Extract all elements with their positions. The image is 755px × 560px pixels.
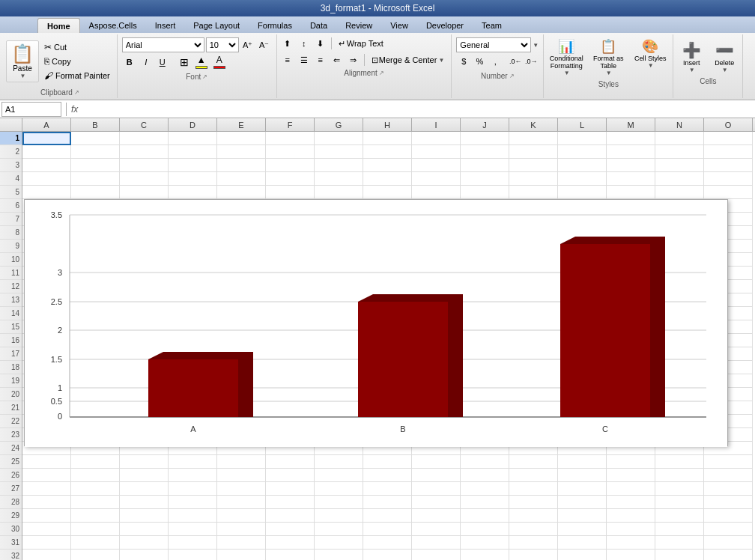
tab-insert[interactable]: Insert [146, 18, 185, 33]
borders-button[interactable]: ⊞ [177, 55, 192, 70]
cell-O30[interactable] [704, 523, 753, 536]
cell-O32[interactable] [704, 550, 753, 560]
cell-I32[interactable] [412, 550, 461, 560]
format-painter-button[interactable]: 🖌 Format Painter [40, 69, 114, 82]
number-expand-icon[interactable]: ↗ [509, 73, 515, 79]
tab-developer[interactable]: Developer [417, 18, 473, 33]
cell-F26[interactable] [266, 469, 315, 482]
cell-H32[interactable] [363, 550, 412, 560]
currency-button[interactable]: $ [456, 54, 471, 69]
clipboard-expand-icon[interactable]: ↗ [74, 89, 79, 96]
cell-B32[interactable] [71, 550, 120, 560]
cell-M31[interactable] [607, 536, 655, 550]
cell-K26[interactable] [509, 469, 558, 482]
cell-B30[interactable] [71, 523, 120, 536]
cell-C5[interactable] [120, 186, 169, 199]
cell-M26[interactable] [607, 469, 655, 482]
cell-K29[interactable] [509, 509, 558, 523]
cell-D31[interactable] [169, 536, 217, 550]
cell-L29[interactable] [558, 509, 607, 523]
cell-K27[interactable] [509, 482, 558, 496]
cell-G25[interactable] [315, 455, 363, 469]
cell-A31[interactable] [22, 536, 71, 550]
merge-cells-button[interactable]: ⊡ Merge & Center ▼ [368, 52, 449, 67]
cell-B26[interactable] [71, 469, 120, 482]
format-as-table-button[interactable]: 📋 Format as Table ▼ [589, 36, 628, 79]
underline-button[interactable]: U [155, 55, 170, 70]
cell-C1[interactable] [120, 132, 169, 145]
tab-data[interactable]: Data [301, 18, 336, 33]
cell-L30[interactable] [558, 523, 607, 536]
cell-E27[interactable] [217, 482, 266, 496]
cell-styles-button[interactable]: 🎨 Cell Styles ▼ [631, 36, 670, 79]
delete-button[interactable]: ➖ Delete ▼ [709, 39, 739, 76]
cell-A30[interactable] [22, 523, 71, 536]
font-name-select[interactable]: Arial [122, 37, 204, 52]
cell-E3[interactable] [217, 159, 266, 172]
cell-H26[interactable] [363, 469, 412, 482]
align-left-button[interactable]: ≡ [280, 52, 295, 67]
cell-E30[interactable] [217, 523, 266, 536]
cell-G2[interactable] [315, 145, 363, 159]
tab-team[interactable]: Team [473, 18, 511, 33]
cell-H28[interactable] [363, 496, 412, 509]
cell-B2[interactable] [71, 145, 120, 159]
cell-L26[interactable] [558, 469, 607, 482]
cell-C2[interactable] [120, 145, 169, 159]
cell-I28[interactable] [412, 496, 461, 509]
cell-J29[interactable] [461, 509, 509, 523]
cell-C32[interactable] [120, 550, 169, 560]
cell-I4[interactable] [412, 172, 461, 186]
cell-F2[interactable] [266, 145, 315, 159]
align-bottom-button[interactable]: ⬇ [313, 36, 328, 51]
cell-M3[interactable] [607, 159, 655, 172]
cell-K2[interactable] [509, 145, 558, 159]
cell-A25[interactable] [22, 455, 71, 469]
cell-C30[interactable] [120, 523, 169, 536]
cell-G26[interactable] [315, 469, 363, 482]
cell-O3[interactable] [704, 159, 753, 172]
cell-J30[interactable] [461, 523, 509, 536]
increase-font-button[interactable]: A⁺ [240, 37, 255, 52]
cell-I29[interactable] [412, 509, 461, 523]
cell-A29[interactable] [22, 509, 71, 523]
cell-F1[interactable] [266, 132, 315, 145]
cell-I30[interactable] [412, 523, 461, 536]
cell-E25[interactable] [217, 455, 266, 469]
cell-H29[interactable] [363, 509, 412, 523]
align-middle-button[interactable]: ↕ [297, 36, 312, 51]
cell-B27[interactable] [71, 482, 120, 496]
cell-M30[interactable] [607, 523, 655, 536]
cell-K32[interactable] [509, 550, 558, 560]
cell-D1[interactable] [169, 132, 217, 145]
cell-E26[interactable] [217, 469, 266, 482]
cell-O5[interactable] [704, 186, 753, 199]
cell-I2[interactable] [412, 145, 461, 159]
cell-C28[interactable] [120, 496, 169, 509]
cell-G5[interactable] [315, 186, 363, 199]
cell-J1[interactable] [461, 132, 509, 145]
font-expand-icon[interactable]: ↗ [202, 73, 207, 80]
cell-F30[interactable] [266, 523, 315, 536]
cell-N28[interactable] [655, 496, 704, 509]
cell-B3[interactable] [71, 159, 120, 172]
cell-L4[interactable] [558, 172, 607, 186]
cell-C3[interactable] [120, 159, 169, 172]
cell-A1[interactable] [22, 132, 71, 145]
cell-H30[interactable] [363, 523, 412, 536]
cell-H5[interactable] [363, 186, 412, 199]
cell-O27[interactable] [704, 482, 753, 496]
cell-N25[interactable] [655, 455, 704, 469]
cell-J28[interactable] [461, 496, 509, 509]
cell-E2[interactable] [217, 145, 266, 159]
cell-O4[interactable] [704, 172, 753, 186]
cell-A3[interactable] [22, 159, 71, 172]
copy-button[interactable]: ⎘ Copy [40, 55, 114, 68]
cell-N32[interactable] [655, 550, 704, 560]
cell-H4[interactable] [363, 172, 412, 186]
tab-review[interactable]: Review [336, 18, 381, 33]
number-format-select[interactable]: General [456, 37, 531, 52]
cell-H1[interactable] [363, 132, 412, 145]
cell-L5[interactable] [558, 186, 607, 199]
cell-N27[interactable] [655, 482, 704, 496]
